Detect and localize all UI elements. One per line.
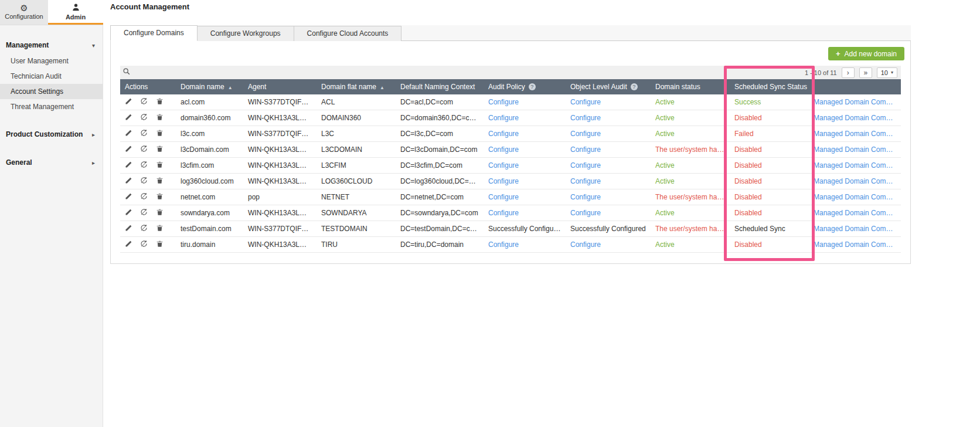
managed-domain-computers-link[interactable]: Managed Domain Computers xyxy=(809,110,901,126)
sync-toggle-icon[interactable] xyxy=(140,97,148,107)
cell-agent: WIN-S377DTQIFDQ xyxy=(243,221,317,237)
next-page-button[interactable]: › xyxy=(842,67,855,78)
sync-toggle-icon[interactable] xyxy=(140,161,148,170)
pagination-range: 1 - 10 of 11 xyxy=(805,69,837,76)
delete-icon[interactable] xyxy=(156,129,164,138)
managed-domain-computers-link[interactable]: Managed Domain Computers xyxy=(809,205,901,221)
domain-status-cell: The user/system has... xyxy=(651,189,730,205)
col-header-object-level-audit: Object Level Audit? xyxy=(566,79,651,94)
delete-icon[interactable] xyxy=(156,97,164,107)
cell-agent: WIN-QKH13A3LM53 xyxy=(243,110,317,126)
delete-icon[interactable] xyxy=(156,161,164,170)
edit-icon[interactable] xyxy=(125,145,133,154)
cell-agent: WIN-QKH13A3LM53 xyxy=(243,158,317,174)
audit-policy-cell[interactable]: Configure xyxy=(484,142,566,158)
sidebar-item-threat-management[interactable]: Threat Management xyxy=(0,99,103,114)
delete-icon[interactable] xyxy=(156,145,164,154)
audit-policy-cell[interactable]: Configure xyxy=(484,189,566,205)
sync-toggle-icon[interactable] xyxy=(140,129,148,138)
sync-toggle-icon[interactable] xyxy=(140,192,148,202)
sync-toggle-icon[interactable] xyxy=(140,177,148,186)
object-level-audit-cell[interactable]: Configure xyxy=(566,237,651,253)
sidebar-item-account-settings[interactable]: Account Settings xyxy=(0,84,103,99)
audit-policy-cell[interactable]: Configure xyxy=(484,205,566,221)
table-row: domain360.com WIN-QKH13A3LM53 DOMAIN360 … xyxy=(120,110,901,126)
object-level-audit-cell[interactable]: Configure xyxy=(566,174,651,189)
object-level-audit-cell[interactable]: Configure xyxy=(566,142,651,158)
help-icon[interactable]: ? xyxy=(631,83,638,90)
sync-toggle-icon[interactable] xyxy=(140,145,148,154)
managed-domain-computers-link[interactable]: Managed Domain Computers xyxy=(809,126,901,142)
managed-domain-computers-link[interactable]: Managed Domain Computers xyxy=(809,94,901,110)
col-header-agent[interactable]: Agent xyxy=(243,79,317,94)
audit-policy-cell[interactable]: Configure xyxy=(484,174,566,189)
tab-configure-workgroups[interactable]: Configure Workgroups xyxy=(198,26,294,41)
delete-icon[interactable] xyxy=(156,240,164,249)
edit-icon[interactable] xyxy=(125,240,133,249)
delete-icon[interactable] xyxy=(156,208,164,218)
last-page-button[interactable]: » xyxy=(859,67,872,78)
object-level-audit-cell[interactable]: Configure xyxy=(566,158,651,174)
tab-configure-cloud-accounts[interactable]: Configure Cloud Accounts xyxy=(294,26,402,41)
edit-icon[interactable] xyxy=(125,161,133,170)
audit-policy-cell[interactable]: Configure xyxy=(484,110,566,126)
sync-toggle-icon[interactable] xyxy=(140,208,148,218)
add-new-domain-button[interactable]: + Add new domain xyxy=(828,47,904,60)
object-level-audit-cell[interactable]: Configure xyxy=(566,205,651,221)
cell-domain-flat-name: ACL xyxy=(317,94,396,110)
sync-toggle-icon[interactable] xyxy=(140,113,148,123)
edit-icon[interactable] xyxy=(125,97,133,107)
help-icon[interactable]: ? xyxy=(529,83,536,90)
managed-domain-computers-link[interactable]: Managed Domain Computers xyxy=(809,189,901,205)
cell-agent: WIN-S377DTQIFDQ xyxy=(243,126,317,142)
domain-status-cell: Active xyxy=(651,174,730,189)
table-toolbar: 1 - 10 of 11 › » 10 ▾ xyxy=(120,66,901,79)
delete-icon[interactable] xyxy=(156,177,164,186)
managed-domain-computers-link[interactable]: Managed Domain Computers xyxy=(809,237,901,253)
managed-domain-computers-link[interactable]: Managed Domain Computers xyxy=(809,221,901,237)
col-header-domain-name[interactable]: Domain name▲ xyxy=(176,79,243,94)
edit-icon[interactable] xyxy=(125,129,133,138)
managed-domain-computers-link[interactable]: Managed Domain Computers xyxy=(809,142,901,158)
sidebar-item-user-management[interactable]: User Management xyxy=(0,53,103,69)
cell-default-naming-context: DC=acl,DC=com xyxy=(396,94,484,110)
sync-toggle-icon[interactable] xyxy=(140,224,148,233)
tab-admin[interactable]: Admin xyxy=(48,0,103,25)
sidebar-item-technician-audit[interactable]: Technician Audit xyxy=(0,69,103,84)
sidebar-section-product-customization[interactable]: Product Customization ▸ xyxy=(0,126,103,143)
cell-domain-name: netnet.com xyxy=(176,189,243,205)
delete-icon[interactable] xyxy=(156,224,164,233)
sync-toggle-icon[interactable] xyxy=(140,240,148,249)
sidebar-section-label: General xyxy=(6,158,32,167)
object-level-audit-cell[interactable]: Configure xyxy=(566,110,651,126)
col-header-domain-flat-name[interactable]: Domain flat name▲ xyxy=(317,79,396,94)
tab-admin-label: Admin xyxy=(66,13,86,21)
object-level-audit-cell[interactable]: Configure xyxy=(566,126,651,142)
domain-status-cell: Active xyxy=(651,110,730,126)
audit-policy-cell[interactable]: Configure xyxy=(484,237,566,253)
delete-icon[interactable] xyxy=(156,113,164,123)
sidebar-section-general[interactable]: General ▸ xyxy=(0,154,103,171)
search-icon[interactable] xyxy=(122,67,131,77)
cell-domain-name: domain360.com xyxy=(176,110,243,126)
edit-icon[interactable] xyxy=(125,113,133,123)
managed-domain-computers-link[interactable]: Managed Domain Computers xyxy=(809,174,901,189)
audit-policy-cell[interactable]: Configure xyxy=(484,126,566,142)
edit-icon[interactable] xyxy=(125,208,133,218)
audit-policy-cell[interactable]: Configure xyxy=(484,158,566,174)
edit-icon[interactable] xyxy=(125,224,133,233)
tab-configure-domains[interactable]: Configure Domains xyxy=(110,25,198,41)
cell-domain-name: tiru.domain xyxy=(176,237,243,253)
edit-icon[interactable] xyxy=(125,192,133,202)
object-level-audit-cell[interactable]: Configure xyxy=(566,94,651,110)
edit-icon[interactable] xyxy=(125,177,133,186)
audit-policy-cell[interactable]: Configure xyxy=(484,94,566,110)
object-level-audit-cell[interactable]: Configure xyxy=(566,189,651,205)
page-size-dropdown[interactable]: 10 ▾ xyxy=(877,67,897,78)
sidebar-section-management[interactable]: Management ▾ xyxy=(0,37,103,53)
cell-default-naming-context: DC=l3cDomain,DC=com xyxy=(396,142,484,158)
delete-icon[interactable] xyxy=(156,192,164,202)
cell-domain-flat-name: L3CDOMAIN xyxy=(317,142,396,158)
tab-configuration[interactable]: ⚙ Configuration xyxy=(0,0,48,25)
managed-domain-computers-link[interactable]: Managed Domain Computers xyxy=(809,158,901,174)
